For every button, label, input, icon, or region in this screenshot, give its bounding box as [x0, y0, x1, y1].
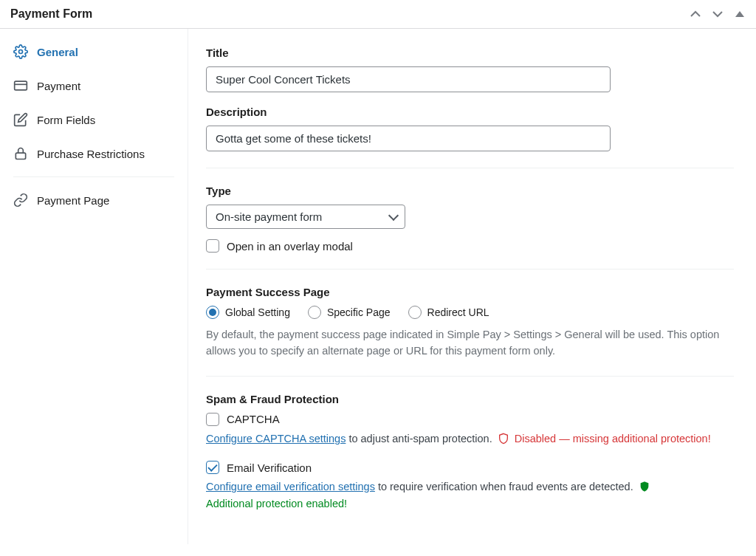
- captcha-checkbox[interactable]: [206, 413, 219, 426]
- sidebar-item-label: General: [37, 46, 78, 58]
- sidebar-item-label: Payment: [37, 80, 80, 92]
- panel-controls: [690, 8, 746, 20]
- email-verif-checkbox-row[interactable]: Email Verification: [206, 461, 734, 474]
- email-verif-status: Additional protection enabled!: [206, 498, 347, 509]
- radio-input[interactable]: [308, 306, 321, 319]
- radio-label: Global Setting: [225, 306, 290, 318]
- email-verif-help: Configure email verification settings to…: [206, 478, 734, 512]
- title-label: Title: [206, 47, 734, 59]
- sidebar-item-payment-page[interactable]: Payment Page: [0, 183, 188, 217]
- sidebar-item-general[interactable]: General: [0, 35, 188, 69]
- email-verif-checkbox[interactable]: [206, 461, 219, 474]
- radio-global-setting[interactable]: Global Setting: [206, 306, 290, 319]
- link-icon: [13, 193, 28, 207]
- panel-move-down-icon[interactable]: [712, 8, 724, 20]
- sidebar-item-payment[interactable]: Payment: [0, 69, 188, 103]
- captcha-help: Configure CAPTCHA settings to adjust ant…: [206, 430, 734, 447]
- gear-icon: [13, 44, 28, 59]
- description-input[interactable]: [206, 126, 611, 151]
- divider: [206, 168, 734, 168]
- sidebar-item-label: Purchase Restrictions: [37, 148, 145, 160]
- type-select[interactable]: On-site payment form: [206, 205, 405, 229]
- radio-input[interactable]: [408, 306, 422, 319]
- captcha-checkbox-label: CAPTCHA: [227, 413, 280, 425]
- captcha-checkbox-row[interactable]: CAPTCHA: [206, 413, 734, 426]
- type-block: Type On-site payment form Open in an ove…: [206, 185, 734, 253]
- success-page-radios: Global Setting Specific Page Redirect UR…: [206, 306, 734, 319]
- title-input[interactable]: [206, 66, 611, 92]
- overlay-checkbox[interactable]: [206, 239, 219, 253]
- success-page-block: Payment Success Page Global Setting Spec…: [206, 286, 734, 360]
- shield-alert-icon: [498, 433, 509, 445]
- divider: [206, 376, 734, 377]
- edit-icon: [13, 112, 28, 127]
- lock-icon: [13, 146, 28, 161]
- sidebar-item-purchase-restrictions[interactable]: Purchase Restrictions: [0, 137, 188, 171]
- panel-move-up-icon[interactable]: [690, 8, 701, 20]
- email-verif-help-tail: to require verification when fraud event…: [375, 481, 636, 492]
- success-page-help: By default, the payment success page ind…: [206, 326, 734, 360]
- radio-label: Redirect URL: [427, 306, 489, 318]
- sidebar-item-label: Payment Page: [37, 194, 109, 207]
- svg-point-0: [19, 50, 23, 54]
- title-block: Title: [206, 47, 734, 92]
- sidebar-divider: [13, 176, 174, 177]
- sidebar: General Payment Form Fields Purchase Res…: [0, 29, 188, 544]
- captcha-status: Disabled — missing additional protection…: [512, 433, 711, 445]
- overlay-checkbox-label: Open in an overlay modal: [227, 240, 353, 253]
- description-label: Description: [206, 106, 734, 118]
- radio-label: Specific Page: [327, 306, 391, 318]
- card-icon: [13, 78, 28, 93]
- spam-label: Spam & Fraud Protection: [206, 393, 734, 405]
- success-page-label: Payment Success Page: [206, 286, 734, 298]
- main-content: Title Description Type On-site payment f…: [188, 29, 756, 544]
- shield-check-icon: [639, 481, 650, 492]
- panel-collapse-icon[interactable]: [734, 8, 746, 20]
- captcha-help-tail: to adjust anti-spam protection.: [346, 433, 495, 445]
- panel-title: Payment Form: [10, 7, 92, 21]
- svg-rect-1: [15, 81, 27, 90]
- captcha-settings-link[interactable]: Configure CAPTCHA settings: [206, 433, 346, 445]
- panel-header: Payment Form: [0, 0, 756, 29]
- sidebar-item-label: Form Fields: [37, 114, 95, 126]
- radio-specific-page[interactable]: Specific Page: [308, 306, 391, 319]
- sidebar-item-form-fields[interactable]: Form Fields: [0, 103, 188, 137]
- spam-block: Spam & Fraud Protection CAPTCHA Configur…: [206, 393, 734, 513]
- radio-redirect-url[interactable]: Redirect URL: [408, 306, 489, 319]
- svg-rect-3: [16, 153, 25, 159]
- email-verif-settings-link[interactable]: Configure email verification settings: [206, 481, 375, 492]
- radio-input[interactable]: [206, 306, 219, 319]
- overlay-checkbox-row[interactable]: Open in an overlay modal: [206, 239, 734, 253]
- email-verif-checkbox-label: Email Verification: [227, 461, 312, 474]
- description-block: Description: [206, 106, 734, 151]
- type-label: Type: [206, 185, 734, 197]
- divider: [206, 269, 734, 270]
